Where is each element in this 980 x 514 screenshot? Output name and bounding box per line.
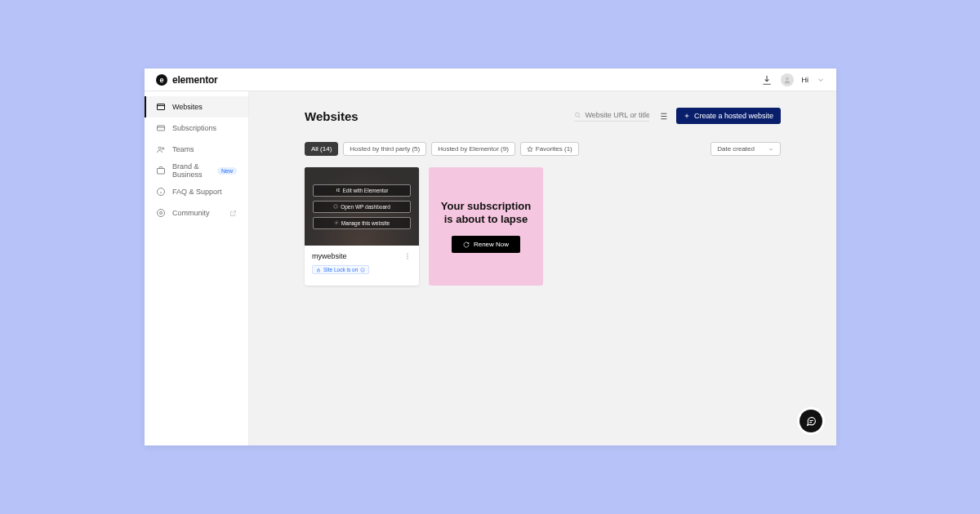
- subscriptions-icon: [156, 123, 166, 133]
- search-input[interactable]: [585, 111, 648, 119]
- topbar-actions: Hi: [761, 73, 826, 86]
- svg-point-18: [407, 258, 408, 259]
- kebab-menu-icon[interactable]: [403, 252, 412, 260]
- plus-icon: [684, 113, 690, 119]
- open-wp-button[interactable]: Open WP dashboard: [313, 201, 411, 213]
- promo-headline: Your subscription is about to lapse: [441, 200, 531, 227]
- external-link-icon: [229, 210, 237, 217]
- svg-point-14: [334, 205, 338, 209]
- search-input-wrap[interactable]: [574, 111, 649, 122]
- info-icon: [360, 268, 365, 273]
- create-button-label: Create a hosted website: [694, 112, 773, 120]
- renew-now-button[interactable]: Renew Now: [452, 236, 520, 253]
- sidebar-item-subscriptions[interactable]: Subscriptions: [145, 117, 248, 139]
- svg-rect-11: [337, 188, 339, 189]
- refresh-icon: [463, 241, 470, 248]
- new-badge: New: [217, 167, 237, 175]
- greeting-label: Hi: [802, 76, 809, 84]
- filter-favorites[interactable]: Favorites (1): [520, 142, 579, 156]
- sidebar: Websites Subscriptions Teams Brand & Bus…: [145, 91, 249, 445]
- filter-elementor[interactable]: Hosted by Elementor (9): [431, 142, 515, 156]
- star-icon: [527, 146, 533, 153]
- svg-rect-10: [336, 188, 337, 192]
- search-icon: [574, 111, 581, 119]
- filter-thirdparty[interactable]: Hosted by third party (5): [343, 142, 426, 156]
- svg-point-0: [786, 77, 788, 79]
- page-title: Websites: [305, 109, 359, 123]
- download-icon[interactable]: [761, 74, 773, 86]
- filter-row: All (14) Hosted by third party (5) Hoste…: [305, 142, 781, 156]
- svg-point-9: [575, 113, 579, 117]
- sidebar-item-label: Brand & Business: [172, 162, 211, 179]
- wordpress-icon: [333, 204, 338, 209]
- svg-point-16: [407, 253, 408, 254]
- elementor-icon: e: [156, 74, 167, 86]
- website-card[interactable]: Edit with Elementor Open WP dashboard Ma…: [305, 167, 419, 286]
- sort-dropdown[interactable]: Date created: [710, 142, 781, 156]
- svg-rect-2: [158, 126, 165, 131]
- lock-icon: [316, 268, 321, 273]
- info-icon: [156, 187, 166, 197]
- sidebar-item-brand[interactable]: Brand & Business New: [145, 160, 248, 181]
- brand-text: elementor: [172, 74, 218, 86]
- svg-point-4: [162, 148, 164, 150]
- content-header: Websites Create a hosted website: [305, 108, 781, 124]
- community-icon: [156, 208, 166, 218]
- svg-point-8: [158, 210, 165, 217]
- list-view-icon[interactable]: [657, 111, 668, 122]
- svg-rect-5: [158, 169, 165, 175]
- elementor-icon: [336, 188, 341, 193]
- svg-point-3: [158, 147, 161, 149]
- subscription-promo-card: Your subscription is about to lapse Rene…: [429, 167, 543, 286]
- svg-rect-1: [158, 104, 165, 110]
- svg-point-17: [407, 255, 408, 256]
- sidebar-item-label: FAQ & Support: [172, 188, 222, 196]
- brand-logo[interactable]: e elementor: [156, 74, 218, 86]
- svg-point-7: [160, 212, 163, 215]
- card-preview: Edit with Elementor Open WP dashboard Ma…: [305, 167, 419, 246]
- chat-fab[interactable]: [800, 410, 822, 432]
- sort-label: Date created: [717, 145, 755, 153]
- svg-point-15: [336, 222, 337, 224]
- chevron-down-icon: [768, 146, 774, 153]
- manage-website-button[interactable]: Manage this website: [313, 217, 411, 229]
- cards-grid: Edit with Elementor Open WP dashboard Ma…: [305, 167, 781, 286]
- app-window: e elementor Hi Websites Subscriptions Te…: [145, 69, 836, 445]
- avatar[interactable]: [781, 73, 794, 86]
- site-lock-badge[interactable]: Site Lock is on: [312, 265, 369, 274]
- main-content: Websites Create a hosted website All (14…: [249, 91, 836, 445]
- chat-icon: [806, 416, 817, 427]
- edit-with-elementor-button[interactable]: Edit with Elementor: [313, 184, 411, 197]
- sidebar-item-websites[interactable]: Websites: [145, 96, 248, 117]
- sidebar-item-teams[interactable]: Teams: [145, 139, 248, 160]
- filter-fav-label: Favorites (1): [536, 145, 572, 153]
- sidebar-item-faq[interactable]: FAQ & Support: [145, 181, 248, 202]
- sidebar-item-label: Websites: [172, 103, 203, 111]
- svg-rect-13: [337, 191, 339, 192]
- chevron-down-icon[interactable]: [817, 76, 825, 84]
- website-title: mywebsite: [312, 252, 347, 260]
- sidebar-item-label: Teams: [172, 145, 194, 153]
- topbar: e elementor Hi: [145, 69, 836, 91]
- teams-icon: [156, 144, 166, 154]
- create-website-button[interactable]: Create a hosted website: [676, 108, 781, 124]
- gear-icon: [334, 220, 339, 225]
- sidebar-item-community[interactable]: Community: [145, 202, 248, 224]
- briefcase-icon: [156, 166, 166, 175]
- filter-all[interactable]: All (14): [305, 142, 338, 156]
- websites-icon: [156, 102, 166, 112]
- sidebar-item-label: Community: [172, 209, 210, 217]
- card-body: mywebsite Site Lock is on: [305, 246, 419, 284]
- sidebar-item-label: Subscriptions: [172, 124, 216, 132]
- svg-rect-12: [337, 190, 339, 191]
- svg-rect-19: [318, 269, 320, 271]
